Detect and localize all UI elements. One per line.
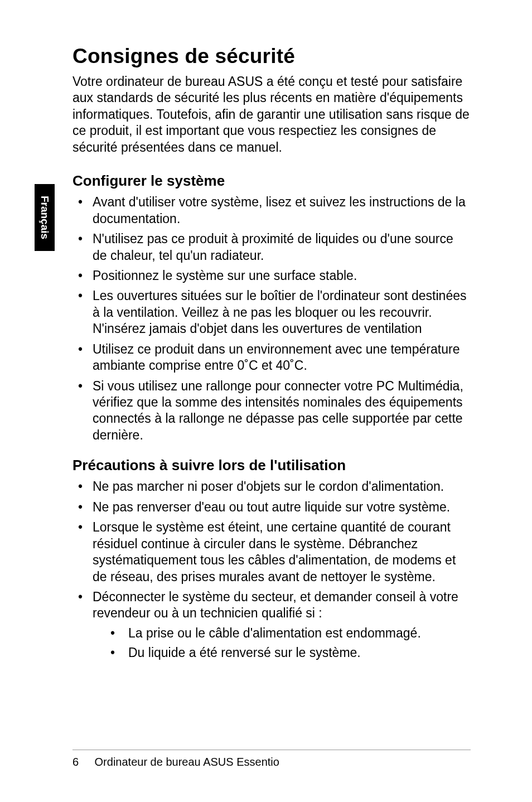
list-item: Utilisez ce produit dans un environnemen… [72,341,471,374]
list-item: Ne pas marcher ni poser d'objets sur le … [72,479,471,495]
list-item: Les ouvertures situées sur le boîtier de… [72,288,471,337]
list-item-text: Déconnecter le système du secteur, et de… [93,590,458,620]
language-side-label: Français [38,196,51,239]
section-heading-precautions: Précautions à suivre lors de l'utilisati… [72,457,471,474]
precautions-sublist: La prise ou le câble d'alimentation est … [93,625,471,661]
section-heading-configure: Configurer le système [72,172,471,190]
page-number: 6 [72,756,91,769]
list-item: La prise ou le câble d'alimentation est … [93,625,471,641]
list-item: Du liquide a été renversé sur le système… [93,645,471,661]
list-item: Positionnez le système sur une surface s… [72,268,471,284]
language-side-tab: Français [35,184,55,251]
intro-paragraph: Votre ordinateur de bureau ASUS a été co… [72,74,471,156]
precautions-list: Ne pas marcher ni poser d'objets sur le … [72,479,471,661]
list-item: Déconnecter le système du secteur, et de… [72,589,471,661]
list-item: Lorsque le système est éteint, une certa… [72,519,471,585]
list-item: Si vous utilisez une rallonge pour conne… [72,378,471,444]
page-title: Consignes de sécurité [72,45,471,68]
list-item: Ne pas renverser d'eau ou tout autre liq… [72,499,471,515]
page-footer: 6 Ordinateur de bureau ASUS Essentio [72,750,471,769]
list-item: Avant d'utiliser votre système, lisez et… [72,194,471,227]
list-item: N'utilisez pas ce produit à proximité de… [72,231,471,264]
configure-list: Avant d'utiliser votre système, lisez et… [72,194,471,443]
footer-text: Ordinateur de bureau ASUS Essentio [95,756,279,768]
